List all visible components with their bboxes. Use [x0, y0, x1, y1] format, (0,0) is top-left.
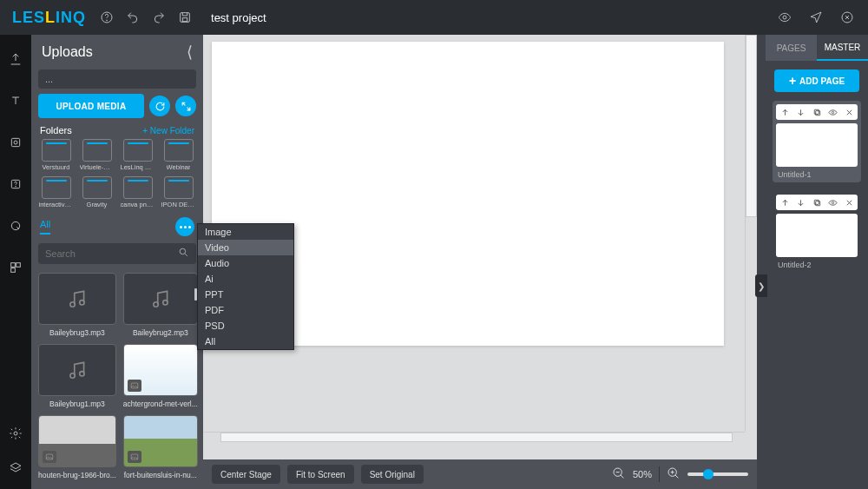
svg-rect-27 [815, 110, 819, 115]
svg-rect-12 [16, 263, 21, 268]
filter-option[interactable]: Image [198, 224, 293, 240]
search-input[interactable] [38, 243, 196, 264]
search-icon [178, 247, 189, 261]
media-item[interactable]: achtergrond-met-verl... [123, 344, 198, 408]
zoom-value: 50% [633, 469, 652, 479]
folder-item[interactable]: canva png t... [120, 176, 155, 208]
set-original-button[interactable]: Set Original [361, 465, 424, 484]
svg-rect-2 [181, 13, 190, 23]
media-item[interactable]: houten-brug-1966-bro... [38, 415, 116, 479]
media-item[interactable]: Baileybrug2.mp3 [123, 273, 198, 337]
page-delete-icon[interactable] [844, 107, 854, 117]
filter-option[interactable]: PSD [198, 318, 293, 334]
page-visibility-icon[interactable] [828, 197, 838, 208]
filter-option[interactable]: Ai [198, 271, 293, 287]
filter-option[interactable]: PPT [198, 287, 293, 302]
rail-help-icon[interactable] [7, 175, 24, 193]
media-item[interactable]: Baileybrug3.mp3 [38, 273, 116, 337]
refresh-icon[interactable] [149, 96, 170, 116]
svg-point-14 [14, 432, 17, 435]
add-page-button[interactable]: +ADD PAGE [774, 69, 859, 92]
media-item[interactable]: Baileybrug1.mp3 [38, 344, 116, 408]
help-icon[interactable] [98, 9, 115, 26]
folder-item[interactable]: Verstuurd [38, 139, 74, 171]
breadcrumb[interactable]: ... [38, 69, 196, 89]
svg-point-15 [180, 248, 186, 254]
filter-option[interactable]: Video [198, 240, 293, 255]
page-down-icon[interactable] [796, 197, 806, 208]
svg-point-17 [80, 301, 84, 305]
zoom-slider[interactable] [687, 472, 748, 476]
filter-more-button[interactable] [175, 217, 194, 236]
svg-point-29 [832, 111, 833, 113]
page-up-icon[interactable] [779, 107, 790, 117]
project-title[interactable]: test project [211, 11, 266, 24]
filter-option[interactable]: PDF [198, 302, 293, 318]
redo-icon[interactable] [150, 9, 168, 26]
page-duplicate-icon[interactable] [812, 107, 822, 117]
svg-point-7 [14, 141, 17, 144]
center-stage-button[interactable]: Center Stage [212, 465, 280, 484]
right-panel-toggle[interactable]: ❯ [755, 274, 767, 297]
folder-item[interactable]: Webinar [161, 139, 196, 171]
folder-item[interactable]: interactive ... [38, 176, 74, 208]
preview-icon[interactable] [776, 9, 793, 26]
fit-to-screen-button[interactable]: Fit to Screen [287, 465, 354, 484]
rail-pointer-icon[interactable] [7, 217, 24, 235]
svg-rect-13 [11, 268, 16, 273]
svg-point-32 [832, 202, 833, 203]
tab-all[interactable]: All [40, 219, 50, 235]
svg-point-4 [783, 16, 786, 19]
svg-point-9 [16, 186, 16, 187]
rail-settings-icon[interactable] [7, 425, 24, 442]
page-down-icon[interactable] [796, 107, 806, 117]
folder-item[interactable]: LesLinq Pro... [120, 139, 155, 171]
undo-icon[interactable] [124, 9, 141, 26]
page-up-icon[interactable] [779, 197, 790, 208]
zoom-out-icon[interactable] [612, 466, 626, 483]
svg-rect-30 [815, 201, 819, 205]
rail-upload-icon[interactable] [7, 50, 24, 68]
svg-point-21 [80, 372, 84, 376]
folder-item[interactable]: Virtuele-Det... [79, 139, 115, 171]
tab-pages[interactable]: PAGES [766, 35, 817, 61]
zoom-in-icon[interactable] [667, 466, 681, 483]
horizontal-scrollbar[interactable] [203, 432, 745, 442]
send-icon[interactable] [807, 9, 825, 26]
page-item[interactable]: Untitled-1 [773, 101, 861, 182]
app-logo: LESLINQ [12, 9, 86, 27]
upload-media-button[interactable]: UPLOAD MEDIA [38, 94, 144, 118]
filter-option[interactable]: All [198, 334, 293, 349]
panel-title: Uploads [42, 44, 93, 60]
filter-option[interactable]: Audio [198, 255, 293, 271]
close-icon[interactable] [838, 9, 856, 26]
filter-dropdown[interactable]: ImageVideoAudioAiPPTPDFPSDAll [197, 223, 294, 350]
svg-rect-28 [814, 109, 819, 114]
svg-rect-6 [11, 138, 19, 146]
page-duplicate-icon[interactable] [812, 197, 822, 208]
svg-point-19 [162, 301, 167, 305]
page-visibility-icon[interactable] [828, 107, 838, 117]
save-icon[interactable] [176, 9, 194, 26]
svg-rect-11 [11, 263, 16, 268]
svg-point-1 [107, 20, 108, 21]
svg-rect-31 [814, 200, 819, 204]
folders-label: Folders [40, 125, 72, 135]
page-delete-icon[interactable] [844, 197, 854, 208]
search-field[interactable] [45, 248, 178, 259]
expand-icon[interactable] [175, 96, 196, 116]
new-folder-button[interactable]: + New Folder [142, 126, 194, 135]
rail-widgets-icon[interactable] [7, 259, 24, 276]
svg-rect-3 [182, 18, 187, 22]
media-item[interactable]: fort-buitensluis-in-nu... [123, 415, 198, 479]
folder-item[interactable]: IPON DEMO [161, 176, 196, 208]
collapse-panel-icon[interactable]: ⟨ [187, 43, 193, 62]
rail-text-icon[interactable] [7, 92, 24, 109]
page-item[interactable]: Untitled-2 [773, 191, 861, 273]
folder-item[interactable]: Gravity [79, 176, 115, 208]
tab-master[interactable]: MASTER [817, 35, 868, 61]
rail-layers-icon[interactable] [7, 459, 24, 477]
vertical-scrollbar[interactable] [745, 35, 757, 432]
svg-point-18 [154, 302, 158, 307]
rail-shapes-icon[interactable] [7, 134, 24, 151]
